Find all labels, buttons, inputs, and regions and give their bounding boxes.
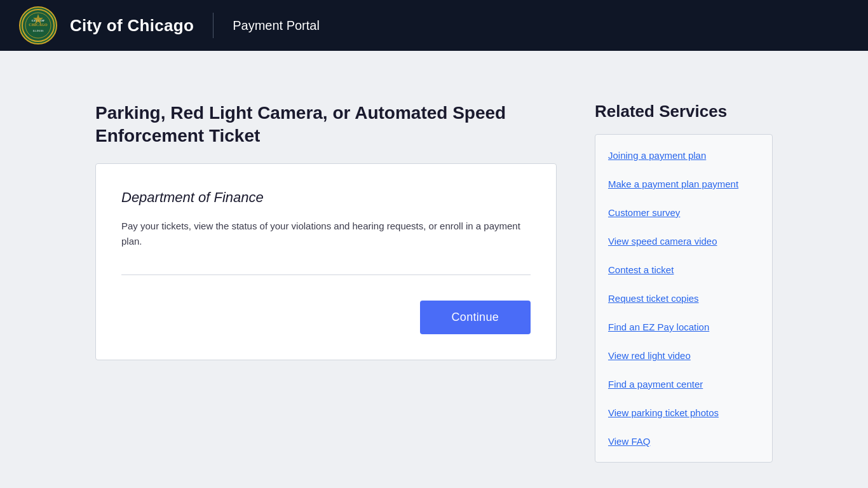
card-divider [121,274,531,275]
sidebar-link-item[interactable]: Request ticket copies [595,284,772,313]
sidebar-link-item[interactable]: Make a payment plan payment [595,170,772,198]
svg-text:ILLINOIS: ILLINOIS [33,29,44,32]
sidebar-link-item[interactable]: Find a payment center [595,370,772,398]
main-content: Parking, Red Light Camera, or Automated … [0,51,868,488]
service-card: Department of Finance Pay your tickets, … [95,163,557,360]
sidebar-link-item[interactable]: Customer survey [595,198,772,227]
portal-name: Payment Portal [233,18,320,33]
sidebar-link-item[interactable]: Contest a ticket [595,255,772,284]
city-seal: CITY OF CHICAGO ILLINOIS [19,6,57,44]
content-section: Parking, Red Light Camera, or Automated … [95,102,557,360]
sidebar-link-item[interactable]: View FAQ [595,427,772,456]
sidebar-links-container: Joining a payment planMake a payment pla… [595,134,773,463]
svg-text:CHICAGO: CHICAGO [29,23,48,27]
city-name: City of Chicago [70,16,194,36]
department-name: Department of Finance [121,189,531,206]
page-title: Parking, Red Light Camera, or Automated … [95,102,557,148]
sidebar-title: Related Services [595,102,773,121]
related-services-sidebar: Related Services Joining a payment planM… [595,102,773,463]
sidebar-link-item[interactable]: View speed camera video [595,227,772,255]
sidebar-link-item[interactable]: Find an EZ Pay location [595,313,772,341]
sidebar-link-item[interactable]: View parking ticket photos [595,398,772,427]
card-footer: Continue [121,301,531,334]
sidebar-link-item[interactable]: Joining a payment plan [595,141,772,170]
continue-button[interactable]: Continue [420,301,531,334]
sidebar-link-item[interactable]: View red light video [595,341,772,370]
card-description: Pay your tickets, view the status of you… [121,219,531,249]
site-header: CITY OF CHICAGO ILLINOIS City of Chicago… [0,0,868,51]
header-divider [213,13,214,38]
